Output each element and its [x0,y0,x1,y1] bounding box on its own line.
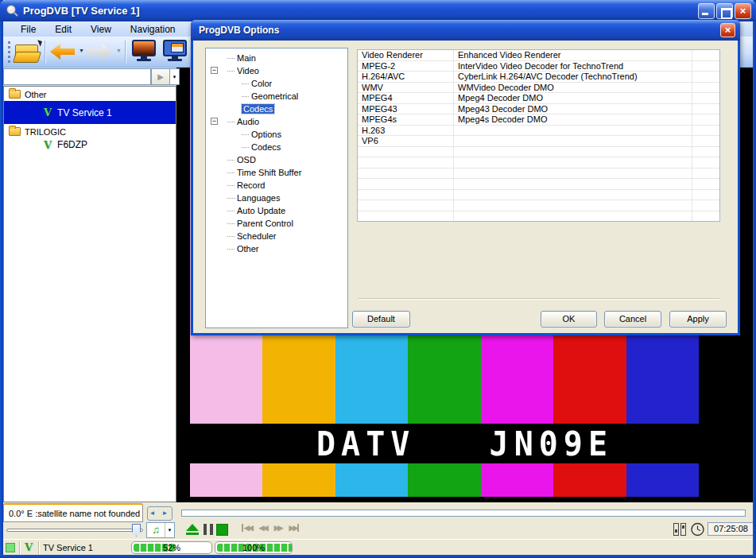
channel-group-trilogic[interactable]: TRILOGIC [4,126,176,138]
channel-label: F6DZP [57,139,87,150]
satellite-tab[interactable]: 0.0° E :satellite name not founded [3,503,143,522]
codec-row-empty[interactable] [358,179,719,190]
options-dialog: ProgDVB Options × Main −Video Color Geom… [191,20,740,335]
maximize-button[interactable] [716,3,733,19]
codec-row[interactable]: WMVWMVideo Decoder DMO [358,83,719,94]
channel-item-f6dzp[interactable]: V F6DZP [4,138,176,152]
dialog-close-button[interactable]: × [720,23,735,37]
tree-item-other[interactable]: Other [206,242,347,255]
dialog-separator [358,298,719,300]
codec-row[interactable]: MPEG4Mpeg4 Decoder DMO [358,93,719,104]
statusbar: V TV Service 1 52% 100% [3,539,753,555]
tab-scroll-arrows[interactable]: ◄ ► [147,506,173,521]
skip-start-button[interactable]: ◀◀ [242,524,252,532]
group-label: TRILOGIC [25,127,66,137]
status-indicator [6,543,15,552]
tree-item-audio-codecs[interactable]: Codecs [206,141,347,153]
tree-item-color[interactable]: Color [206,77,347,90]
skip-end-button[interactable]: ▶▶ [289,524,300,532]
channel-group-other[interactable]: Other [4,88,176,100]
tree-item-scheduler[interactable]: Scheduler [206,230,347,242]
apply-button[interactable]: Apply [669,311,727,327]
windowed-view-button[interactable] [162,40,188,63]
folder-icon [9,127,21,136]
tree-item-geometrical[interactable]: Geometrical [206,90,347,103]
tree-item-osd[interactable]: OSD [206,153,347,166]
close-button[interactable]: × [735,3,751,19]
music-note-icon: ♫ [147,523,165,537]
tree-item-audio-options[interactable]: Options [206,128,347,141]
tree-item-parent-control[interactable]: Parent Control [206,217,347,230]
dialog-titlebar[interactable]: ProgDVB Options [191,20,740,41]
window-border-right [753,0,756,558]
codec-row[interactable]: Video RendererEnhanced Video Renderer [358,50,719,61]
signal-level-bar: 52% [131,541,212,554]
back-dropdown-caret[interactable]: ▼ [79,48,84,53]
codec-row[interactable]: VP6 [358,136,719,147]
codec-row[interactable]: H.264/AVCCyberLink H.264/AVC Decoder (Te… [358,72,719,83]
tree-item-auto-update[interactable]: Auto Update [206,204,347,217]
collapse-icon[interactable]: − [211,67,218,74]
ok-button[interactable]: OK [541,311,597,327]
menu-edit[interactable]: Edit [45,23,81,36]
timeshift-seekbar[interactable] [181,510,746,517]
volume-slider-thumb[interactable] [132,524,141,537]
toolbar-grip[interactable] [8,41,10,63]
tree-item-time-shift-buffer[interactable]: Time Shift Buffer [206,166,347,179]
tree-item-record[interactable]: Record [206,179,347,192]
toolbar-separator [125,41,126,64]
tree-item-video-codecs[interactable]: Codecs [206,103,347,115]
tree-item-video[interactable]: −Video [206,64,347,77]
callsign-band: DATV JN09E [176,424,753,463]
menu-view[interactable]: View [81,23,121,36]
codec-row[interactable]: MPEG4sMpeg4s Decoder DMO [358,114,719,126]
rewind-button[interactable]: ◀◀ [259,524,267,532]
status-channel-name: TV Service 1 [43,543,93,552]
audio-track-button[interactable]: ♫ ▼ [146,522,175,538]
menu-navigation[interactable]: Navigation [121,23,185,36]
equalizer-icon[interactable] [672,522,688,540]
signal-quality-bar: 100% [215,541,293,554]
eject-button[interactable] [185,524,200,535]
audio-dropdown-caret[interactable]: ▼ [165,523,174,537]
codec-row-empty[interactable] [358,157,719,169]
codec-row[interactable]: MPEG43Mpeg43 Decoder DMO [358,104,719,115]
open-file-button[interactable] [14,41,41,64]
codec-row-empty[interactable] [358,190,719,201]
back-button[interactable] [50,44,75,60]
codec-row-empty[interactable] [358,200,719,211]
channel-search-input[interactable] [3,68,151,85]
codec-row[interactable]: H.263 [358,126,719,137]
status-separator [38,541,40,554]
go-button[interactable]: ▶ [151,68,170,85]
dialog-title: ProgDVB Options [199,25,279,36]
codec-table: Video RendererEnhanced Video Renderer MP… [357,49,720,222]
callsign-text: DATV JN09E [316,424,613,463]
channel-label: TV Service 1 [57,107,112,118]
minimize-button[interactable] [698,3,715,19]
pause-button[interactable] [204,524,213,535]
stop-button[interactable] [216,524,228,536]
channel-item-tv-service-1[interactable]: V TV Service 1 [4,101,176,124]
codec-row-empty[interactable] [358,211,719,223]
cancel-button[interactable]: Cancel [604,311,661,327]
volume-slider[interactable] [6,529,143,532]
tree-item-audio[interactable]: −Audio [206,115,347,128]
tree-item-languages[interactable]: Languages [206,192,347,204]
fast-forward-button[interactable]: ▶▶ [274,524,282,532]
codec-row[interactable]: MPEG-2InterVideo Video Decoder for Techn… [358,61,719,72]
folder-icon [9,90,21,99]
clock-icon[interactable] [690,521,705,540]
signal-percent-label: 52% [132,543,211,552]
codec-row-empty[interactable] [358,147,719,158]
menu-file[interactable]: File [11,23,45,36]
tree-item-main[interactable]: Main [206,52,347,64]
titlebar[interactable]: ProgDVB [TV Service 1] × [0,0,756,21]
forward-button[interactable] [87,44,112,60]
default-button[interactable]: Default [352,311,410,327]
collapse-icon[interactable]: − [211,118,218,125]
forward-dropdown-caret[interactable]: ▼ [116,48,122,53]
codec-row-empty[interactable] [358,169,719,180]
search-dropdown-caret[interactable]: ▼ [170,68,180,85]
fullscreen-button[interactable] [131,40,157,63]
